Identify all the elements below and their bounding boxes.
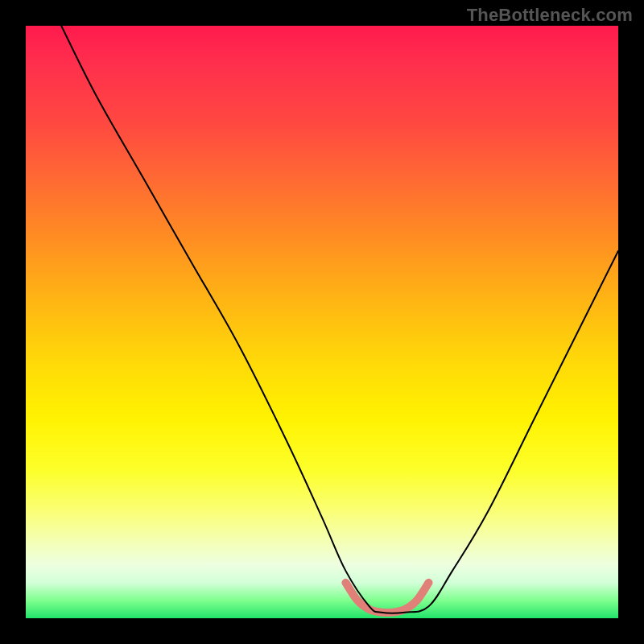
plot-area	[26, 26, 618, 618]
chart-svg	[26, 26, 618, 618]
watermark-text: TheBottleneck.com	[467, 5, 633, 26]
chart-frame: TheBottleneck.com	[0, 0, 644, 644]
optimal-zone-marker	[345, 583, 428, 613]
bottleneck-curve	[61, 26, 618, 613]
